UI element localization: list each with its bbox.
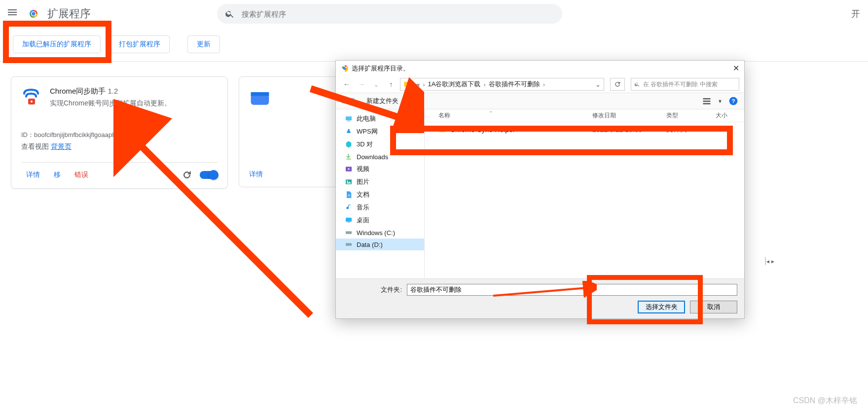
extension-description: 实现Chrome账号同步和扩展自动更新。	[50, 99, 171, 108]
svg-point-19	[347, 180, 348, 182]
enable-toggle[interactable]	[200, 171, 217, 179]
address-bar[interactable]: « › 1A谷歌浏览器下载 › 谷歌插件不可删除 › ⌄	[400, 78, 604, 91]
details-button[interactable]: 详情	[244, 167, 268, 182]
svg-point-1	[32, 12, 36, 16]
sidebar-item-this-pc[interactable]: 此电脑	[336, 112, 424, 125]
nav-forward-icon: →	[356, 78, 367, 90]
svg-rect-11	[703, 103, 711, 104]
svg-rect-9	[703, 98, 711, 100]
list-header[interactable]: 名称 修改日期 类型 大小 ⌃	[425, 109, 744, 122]
dialog-title: 选择扩展程序目录。	[352, 64, 409, 73]
load-unpacked-button[interactable]: 加载已解压的扩展程序	[13, 35, 101, 53]
search-input[interactable]	[241, 9, 554, 19]
svg-point-23	[350, 232, 351, 233]
sidebar-item-wps[interactable]: WPS网	[336, 125, 424, 138]
remove-button[interactable]: 移	[49, 168, 66, 182]
sidebar-item-downloads[interactable]: Downloads	[336, 151, 424, 163]
sort-indicator-icon: ⌃	[489, 110, 493, 116]
svg-rect-10	[703, 101, 711, 102]
update-button[interactable]: 更新	[187, 35, 220, 53]
chevron-down-icon[interactable]: ⌄	[595, 81, 601, 88]
nav-recent-icon[interactable]: ⌄	[370, 78, 382, 90]
cancel-button[interactable]: 取消	[690, 301, 737, 313]
folder-icon	[438, 126, 446, 134]
nav-back-icon[interactable]: ←	[341, 78, 353, 90]
pack-extension-button[interactable]: 打包扩展程序	[109, 35, 170, 53]
svg-rect-20	[346, 218, 352, 222]
new-folder-button[interactable]: 新建文件夹	[366, 97, 398, 105]
folder-picker-dialog: 选择扩展程序目录。 ✕ ← → ⌄ ↑ « › 1A谷歌浏览器下载 › 谷歌插件…	[335, 60, 745, 319]
close-icon[interactable]: ✕	[733, 64, 739, 73]
svg-rect-21	[347, 222, 350, 222]
nav-up-icon[interactable]: ↑	[385, 78, 397, 90]
file-name: Chrome-Sync-Helper	[450, 126, 592, 134]
organize-button[interactable]: 组织	[342, 97, 355, 105]
folder-icon	[403, 80, 411, 88]
svg-rect-6	[251, 92, 269, 96]
breadcrumb-segment[interactable]: 1A谷歌浏览器下载	[428, 80, 481, 89]
folder-name-input[interactable]	[407, 284, 737, 296]
reload-icon[interactable]	[182, 170, 192, 180]
watermark-text: CSDN @木梓辛铭	[793, 396, 857, 406]
folder-input-label: 文件夹:	[343, 285, 402, 294]
sidebar-item-documents[interactable]: 文档	[336, 188, 424, 201]
extension-id: ID：boofcifbnjijbmfbcikkjflgoaaplfbc	[21, 131, 217, 139]
extension-card: Chrome同步助手 1.2 实现Chrome账号同步和扩展自动更新。 ID：b…	[11, 76, 228, 189]
extension-links: 查看视图 背景页	[21, 142, 217, 151]
file-date: 2022/8/22 19:39	[592, 126, 666, 134]
search-icon	[634, 81, 640, 87]
horizontal-scrollbar[interactable]: ◄ ►	[765, 257, 766, 265]
svg-rect-14	[346, 116, 352, 120]
sidebar-item-pictures[interactable]: 图片	[336, 175, 424, 188]
help-icon[interactable]: ?	[728, 96, 738, 106]
chevron-down-icon[interactable]: ▼	[718, 99, 723, 104]
folder-tree-sidebar[interactable]: 此电脑 WPS网 3D 对 Downloads 视频 图片 文档 音乐 桌面 W…	[336, 109, 425, 278]
chrome-small-icon	[341, 65, 349, 72]
svg-point-16	[348, 129, 350, 131]
extension-title: Chrome同步助手 1.2	[50, 87, 171, 96]
extension-icon	[21, 87, 41, 106]
hamburger-menu-icon[interactable]	[8, 8, 20, 20]
background-page-link[interactable]: 背景页	[51, 142, 72, 150]
errors-button[interactable]: 错误	[70, 168, 93, 182]
file-type: 文件夹	[666, 125, 716, 134]
svg-rect-15	[348, 121, 350, 121]
puzzle-icon	[249, 87, 271, 108]
svg-point-8	[343, 67, 346, 69]
scroll-right-icon[interactable]: ►	[770, 258, 775, 265]
sidebar-item-desktop[interactable]: 桌面	[336, 214, 424, 227]
svg-point-25	[350, 244, 351, 244]
truncated-text: 开	[851, 8, 860, 20]
sidebar-item-3d[interactable]: 3D 对	[336, 138, 424, 151]
svg-text:?: ?	[731, 98, 735, 104]
breadcrumb-segment[interactable]: 谷歌插件不可删除	[489, 80, 540, 89]
dialog-search-input[interactable]: 在 谷歌插件不可删除 中搜索	[631, 78, 739, 91]
sidebar-item-music[interactable]: 音乐	[336, 201, 424, 214]
svg-point-4	[31, 101, 33, 103]
view-options-icon[interactable]	[702, 96, 712, 106]
details-button[interactable]: 详情	[21, 168, 45, 182]
search-icon	[225, 9, 235, 19]
chrome-logo-icon	[28, 8, 39, 20]
sidebar-item-d-drive[interactable]: Data (D:)	[336, 239, 424, 250]
list-item-folder[interactable]: Chrome-Sync-Helper 2022/8/22 19:39 文件夹	[425, 122, 744, 137]
scroll-left-icon[interactable]: ◄	[765, 258, 770, 265]
select-folder-button[interactable]: 选择文件夹	[638, 301, 685, 313]
sidebar-item-c-drive[interactable]: Windows (C:)	[336, 227, 424, 239]
sidebar-item-videos[interactable]: 视频	[336, 163, 424, 175]
search-bar[interactable]	[217, 4, 562, 24]
refresh-icon[interactable]	[610, 78, 625, 91]
page-title: 扩展程序	[47, 6, 91, 21]
